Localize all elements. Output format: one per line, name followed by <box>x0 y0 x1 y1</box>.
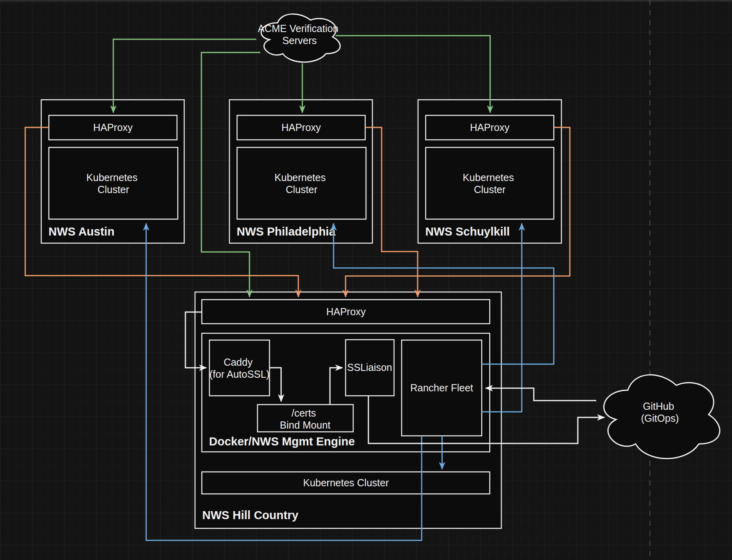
rancher-fleet-label: Rancher Fleet <box>410 382 473 393</box>
ssliaison-label: SSLiaison <box>347 362 392 373</box>
philadelphia-haproxy-label: HAProxy <box>282 122 321 133</box>
hill-haproxy-label: HAProxy <box>326 306 366 317</box>
philadelphia-kubernetes-box[interactable] <box>237 147 366 219</box>
philadelphia-site-title: NWS Philadelphia <box>237 225 336 238</box>
site-schuylkill: HAProxy Kubernetes Cluster NWS Schuylkil… <box>418 100 561 243</box>
austin-kubernetes-box[interactable] <box>49 147 178 219</box>
austin-haproxy-label: HAProxy <box>93 122 133 133</box>
hill-country-site-title: NWS Hill Country <box>202 509 298 522</box>
schuylkill-site-title: NWS Schuylkill <box>425 225 510 238</box>
schuylkill-haproxy-label: HAProxy <box>470 122 510 133</box>
caddy-box[interactable] <box>209 340 269 396</box>
diagram-canvas[interactable]: HAProxy Kubernetes Cluster NWS Austin HA… <box>0 0 732 560</box>
site-hill-country: HAProxy Caddy (for AutoSSL) /certs Bind … <box>195 292 501 528</box>
schuylkill-kubernetes-box[interactable] <box>426 147 554 219</box>
site-austin: HAProxy Kubernetes Cluster NWS Austin <box>41 100 184 243</box>
site-philadelphia: HAProxy Kubernetes Cluster NWS Philadelp… <box>229 100 372 243</box>
hill-kubernetes-label: Kubernetes Cluster <box>303 477 389 488</box>
mgmt-engine-title: Docker/NWS Mgmt Engine <box>209 435 355 448</box>
austin-site-title: NWS Austin <box>48 225 115 238</box>
top-edge-glow <box>0 0 732 3</box>
